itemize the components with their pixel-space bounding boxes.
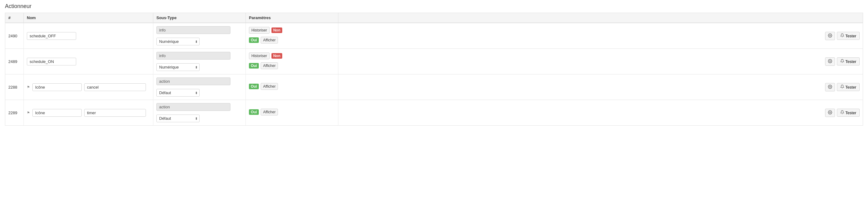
historiser-button[interactable]: Historiser xyxy=(249,27,270,34)
soustype-inner: infoNumériqueDéfaut xyxy=(156,26,243,45)
nom-input[interactable] xyxy=(32,83,82,91)
row-actions-cell: Tester xyxy=(338,49,863,74)
row-id: 2289 xyxy=(5,100,24,126)
soustype-inner: actionDéfautNumérique xyxy=(156,103,243,122)
soustype-badge: info xyxy=(156,52,230,60)
soustype-select[interactable]: NumériqueDéfaut xyxy=(156,38,199,45)
nom-input[interactable] xyxy=(27,32,76,40)
historiser-row: HistoriserNon xyxy=(249,53,335,59)
actionneur-table: # Nom Sous-Type Paramètres 2490infoNumér… xyxy=(5,13,863,126)
oui-badge[interactable]: Oui xyxy=(249,37,259,43)
soustype-select[interactable]: DéfautNumérique xyxy=(156,115,199,122)
historiser-row: HistoriserNon xyxy=(249,27,335,34)
nom-row xyxy=(27,58,150,65)
col-header-parametres: Paramètres xyxy=(246,13,338,23)
action-buttons: Tester xyxy=(341,109,860,117)
row-params-cell: HistoriserNonOuiAfficher xyxy=(246,23,338,49)
row-id: 2288 xyxy=(5,74,24,100)
row-soustype-cell: infoNumériqueDéfaut xyxy=(153,49,246,74)
row-soustype-cell: infoNumériqueDéfaut xyxy=(153,23,246,49)
svg-point-0 xyxy=(830,35,831,36)
config-button[interactable] xyxy=(825,32,835,40)
row-nom-cell: ⚑ xyxy=(24,100,153,126)
afficher-row: OuiAfficher xyxy=(249,109,335,116)
table-row: 2489infoNumériqueDéfautHistoriserNonOuiA… xyxy=(5,49,863,74)
afficher-row: OuiAfficher xyxy=(249,83,335,90)
tester-button[interactable]: Tester xyxy=(837,32,860,40)
nom-input[interactable] xyxy=(32,109,82,117)
action-buttons: Tester xyxy=(341,57,860,66)
subname-input[interactable] xyxy=(84,83,146,91)
nom-input[interactable] xyxy=(27,58,76,65)
row-actions-cell: Tester xyxy=(338,74,863,100)
soustype-select-wrapper: DéfautNumérique xyxy=(156,115,199,122)
historiser-value-badge[interactable]: Non xyxy=(272,28,282,33)
params-inner: OuiAfficher xyxy=(249,83,335,91)
row-actions-cell: Tester xyxy=(338,23,863,49)
oui-badge[interactable]: Oui xyxy=(249,63,259,68)
row-nom-cell xyxy=(24,49,153,74)
page-title: Actionneur xyxy=(5,3,863,9)
afficher-button[interactable]: Afficher xyxy=(261,37,278,43)
afficher-button[interactable]: Afficher xyxy=(261,83,278,90)
svg-point-3 xyxy=(830,112,831,113)
tester-button[interactable]: Tester xyxy=(837,83,860,91)
tester-label: Tester xyxy=(845,34,856,38)
bell-icon xyxy=(840,85,844,90)
col-header-soustype: Sous-Type xyxy=(153,13,246,23)
row-id: 2489 xyxy=(5,49,24,74)
soustype-badge: info xyxy=(156,26,230,34)
flag-icon: ⚑ xyxy=(27,111,30,115)
params-inner: HistoriserNonOuiAfficher xyxy=(249,53,335,70)
soustype-select-wrapper: NumériqueDéfaut xyxy=(156,63,199,71)
row-soustype-cell: actionDéfautNumérique xyxy=(153,100,246,126)
soustype-inner: infoNumériqueDéfaut xyxy=(156,52,243,71)
table-row: 2288⚑actionDéfautNumériqueOuiAfficherTes… xyxy=(5,74,863,100)
col-header-id: # xyxy=(5,13,24,23)
soustype-inner: actionDéfautNumérique xyxy=(156,78,243,97)
oui-badge[interactable]: Oui xyxy=(249,84,259,89)
nom-row xyxy=(27,32,150,40)
tester-button[interactable]: Tester xyxy=(837,57,860,65)
afficher-row: OuiAfficher xyxy=(249,37,335,43)
params-inner: HistoriserNonOuiAfficher xyxy=(249,27,335,45)
soustype-select[interactable]: DéfautNumérique xyxy=(156,89,199,97)
tester-label: Tester xyxy=(845,85,856,90)
row-nom-cell: ⚑ xyxy=(24,74,153,100)
tester-label: Tester xyxy=(845,111,856,115)
soustype-badge: action xyxy=(156,78,230,85)
bell-icon xyxy=(840,59,844,64)
row-soustype-cell: actionDéfautNumérique xyxy=(153,74,246,100)
row-params-cell: OuiAfficher xyxy=(246,100,338,126)
row-params-cell: OuiAfficher xyxy=(246,74,338,100)
svg-point-2 xyxy=(830,86,831,87)
afficher-button[interactable]: Afficher xyxy=(261,62,278,69)
subname-input[interactable] xyxy=(84,109,146,117)
soustype-select[interactable]: NumériqueDéfaut xyxy=(156,63,199,71)
historiser-value-badge[interactable]: Non xyxy=(272,53,282,59)
row-actions-cell: Tester xyxy=(338,100,863,126)
config-button[interactable] xyxy=(825,109,835,117)
nom-row: ⚑ xyxy=(27,83,150,91)
afficher-row: OuiAfficher xyxy=(249,62,335,69)
soustype-badge: action xyxy=(156,103,230,111)
config-button[interactable] xyxy=(825,83,835,91)
row-id: 2490 xyxy=(5,23,24,49)
svg-point-1 xyxy=(830,61,831,62)
tester-button[interactable]: Tester xyxy=(837,109,860,117)
row-nom-cell xyxy=(24,23,153,49)
col-header-nom: Nom xyxy=(24,13,153,23)
afficher-button[interactable]: Afficher xyxy=(261,109,278,116)
historiser-button[interactable]: Historiser xyxy=(249,53,270,59)
col-header-actions xyxy=(338,13,863,23)
soustype-select-wrapper: NumériqueDéfaut xyxy=(156,38,199,45)
action-buttons: Tester xyxy=(341,32,860,40)
action-buttons: Tester xyxy=(341,83,860,91)
oui-badge[interactable]: Oui xyxy=(249,109,259,115)
config-button[interactable] xyxy=(825,57,835,66)
table-row: 2490infoNumériqueDéfautHistoriserNonOuiA… xyxy=(5,23,863,49)
params-inner: OuiAfficher xyxy=(249,109,335,117)
row-params-cell: HistoriserNonOuiAfficher xyxy=(246,49,338,74)
table-row: 2289⚑actionDéfautNumériqueOuiAfficherTes… xyxy=(5,100,863,126)
tester-label: Tester xyxy=(845,59,856,64)
